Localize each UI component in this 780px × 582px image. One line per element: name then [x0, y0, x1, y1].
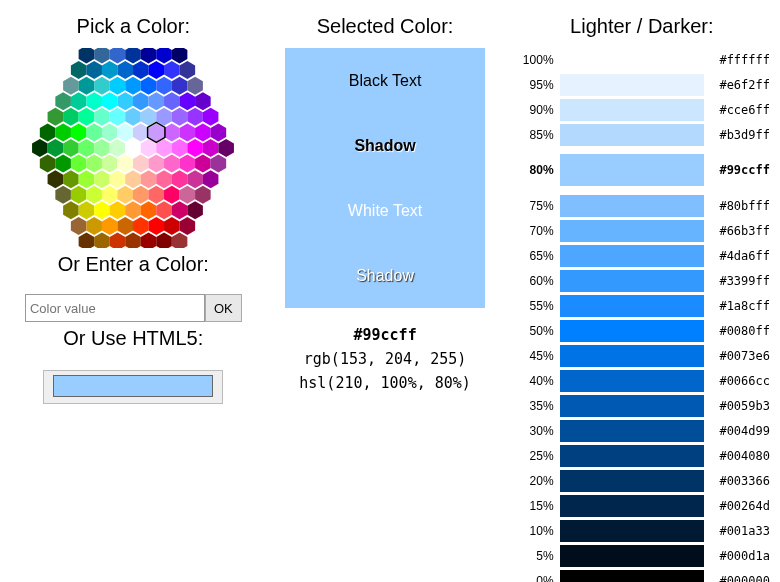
hex-cell[interactable] — [172, 201, 188, 219]
hex-cell[interactable] — [102, 186, 118, 204]
hex-cell[interactable] — [180, 92, 196, 110]
hex-cell[interactable] — [141, 48, 157, 63]
hex-cell[interactable] — [164, 61, 180, 79]
hex-cell[interactable] — [63, 77, 79, 95]
hex-cell[interactable] — [164, 186, 180, 204]
hex-cell[interactable] — [102, 217, 118, 235]
hex-cell[interactable] — [118, 92, 134, 110]
hex-cell[interactable] — [133, 155, 149, 173]
hex-cell[interactable] — [203, 170, 219, 188]
hex-cell[interactable] — [94, 48, 110, 63]
hex-cell[interactable] — [118, 217, 134, 235]
hex-cell[interactable] — [118, 186, 134, 204]
hex-cell[interactable] — [56, 186, 72, 204]
hex-cell[interactable] — [133, 217, 149, 235]
hex-cell[interactable] — [79, 201, 95, 219]
shade-swatch[interactable] — [560, 220, 704, 242]
shade-swatch[interactable] — [560, 520, 704, 542]
shade-swatch[interactable] — [560, 495, 704, 517]
hex-cell[interactable] — [56, 155, 72, 173]
hex-cell[interactable] — [125, 108, 141, 126]
hex-cell[interactable] — [87, 61, 103, 79]
hex-cell[interactable] — [157, 233, 173, 248]
hex-cell[interactable] — [48, 108, 64, 126]
shade-swatch[interactable] — [560, 295, 704, 317]
hex-color-picker[interactable] — [23, 48, 243, 248]
hex-cell[interactable] — [125, 170, 141, 188]
hex-cell[interactable] — [32, 139, 48, 157]
hex-cell[interactable] — [71, 61, 87, 79]
hex-cell[interactable] — [141, 201, 157, 219]
hex-cell[interactable] — [110, 77, 126, 95]
hex-cell[interactable] — [195, 186, 211, 204]
shade-swatch[interactable] — [560, 320, 704, 342]
hex-cell[interactable] — [172, 170, 188, 188]
hex-cell[interactable] — [71, 217, 87, 235]
hex-cell[interactable] — [87, 186, 103, 204]
hex-cell[interactable] — [125, 201, 141, 219]
hex-cell[interactable] — [94, 170, 110, 188]
hex-cell[interactable] — [40, 155, 56, 173]
hex-cell[interactable] — [79, 48, 95, 63]
hex-cell[interactable] — [172, 77, 188, 95]
hex-cell[interactable] — [195, 92, 211, 110]
hex-cell[interactable] — [141, 77, 157, 95]
html5-color-input[interactable] — [53, 375, 213, 397]
hex-cell[interactable] — [180, 155, 196, 173]
hex-cell[interactable] — [79, 108, 95, 126]
hex-cell[interactable] — [71, 123, 87, 141]
shade-swatch[interactable] — [560, 545, 704, 567]
hex-cell[interactable] — [149, 155, 165, 173]
hex-cell[interactable] — [164, 123, 180, 141]
hex-cell[interactable] — [102, 61, 118, 79]
shade-swatch[interactable] — [560, 49, 704, 71]
hex-cell[interactable] — [188, 170, 204, 188]
hex-cell[interactable] — [118, 61, 134, 79]
hex-cell[interactable] — [94, 139, 110, 157]
hex-cell[interactable] — [87, 123, 103, 141]
hex-cell[interactable] — [87, 92, 103, 110]
hex-cell[interactable] — [188, 201, 204, 219]
hex-cell[interactable] — [79, 139, 95, 157]
hex-cell[interactable] — [133, 123, 149, 141]
hex-cell[interactable] — [63, 108, 79, 126]
hex-cell[interactable] — [110, 48, 126, 63]
hex-cell[interactable] — [71, 186, 87, 204]
hex-cell[interactable] — [164, 92, 180, 110]
hex-cell[interactable] — [48, 139, 64, 157]
shade-swatch[interactable] — [560, 345, 704, 367]
hex-cell[interactable] — [172, 108, 188, 126]
hex-cell[interactable] — [133, 61, 149, 79]
hex-cell[interactable] — [87, 155, 103, 173]
hex-cell[interactable] — [118, 123, 134, 141]
hex-cell[interactable] — [157, 77, 173, 95]
hex-cell[interactable] — [203, 108, 219, 126]
hex-cell[interactable] — [110, 170, 126, 188]
hex-cell[interactable] — [195, 155, 211, 173]
hex-cell[interactable] — [188, 108, 204, 126]
shade-swatch[interactable] — [560, 470, 704, 492]
hex-cell[interactable] — [79, 233, 95, 248]
hex-cell[interactable] — [172, 48, 188, 63]
shade-swatch[interactable] — [560, 195, 704, 217]
hex-cell[interactable] — [203, 139, 219, 157]
hex-cell[interactable] — [125, 139, 141, 157]
hex-cell[interactable] — [125, 77, 141, 95]
shade-swatch[interactable] — [560, 154, 704, 186]
shade-swatch[interactable] — [560, 74, 704, 96]
hex-cell[interactable] — [102, 123, 118, 141]
shade-swatch[interactable] — [560, 445, 704, 467]
hex-cell[interactable] — [94, 201, 110, 219]
shade-swatch[interactable] — [560, 270, 704, 292]
hex-cell[interactable] — [164, 217, 180, 235]
hex-cell[interactable] — [164, 155, 180, 173]
hex-cell[interactable] — [211, 155, 227, 173]
hex-cell[interactable] — [141, 170, 157, 188]
color-value-input[interactable] — [25, 294, 205, 322]
hex-cell[interactable] — [149, 92, 165, 110]
hex-cell[interactable] — [157, 170, 173, 188]
hex-cell[interactable] — [56, 123, 72, 141]
hex-cell[interactable] — [102, 155, 118, 173]
hex-cell[interactable] — [79, 77, 95, 95]
hex-cell[interactable] — [180, 61, 196, 79]
